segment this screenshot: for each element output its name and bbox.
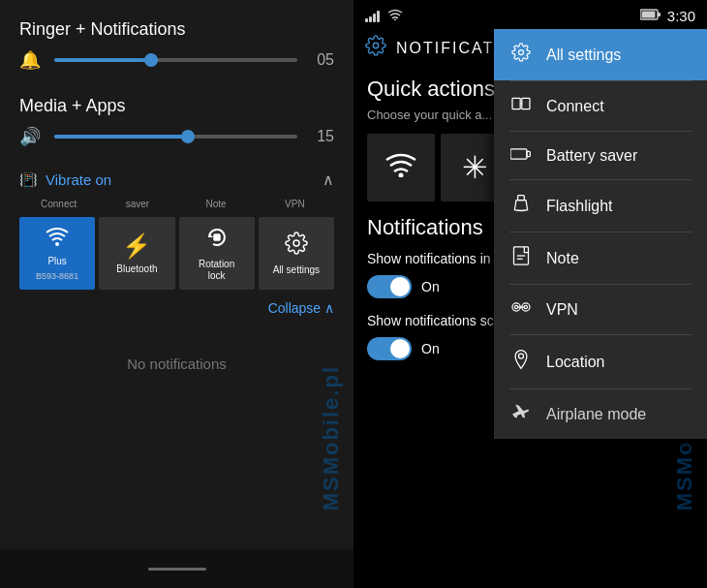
watermark-left: MSMobile.pl <box>319 365 344 511</box>
dropdown-battery-icon <box>509 145 533 166</box>
dropdown-item-all-settings[interactable]: All settings <box>494 29 707 80</box>
wifi-status-icon <box>387 8 403 23</box>
bar-4 <box>377 11 380 22</box>
svg-rect-15 <box>518 196 525 201</box>
dropdown-label-flashlight: Flashlight <box>546 198 612 215</box>
dropdown-label-airplane: Airplane mode <box>546 406 646 423</box>
toggle-label-2: On <box>421 341 440 356</box>
tile-label-2: Note <box>177 199 256 209</box>
dropdown-vpn-icon <box>509 298 533 321</box>
ringer-track[interactable] <box>54 58 297 62</box>
collapse-button[interactable]: Collapse ∧ <box>268 300 334 316</box>
status-left <box>365 8 403 23</box>
ringer-fill <box>54 58 151 62</box>
media-slider-row: 🔊 15 <box>19 126 334 147</box>
signal-bars <box>365 9 380 22</box>
svg-point-7 <box>373 43 379 48</box>
tile-wifi-sublabel: B593-8681 <box>36 271 78 281</box>
rotation-tile-icon <box>205 226 229 255</box>
toggle-knob-1 <box>390 277 410 296</box>
dropdown-gear-icon <box>509 43 533 67</box>
bluetooth-tile-icon: ⚡ <box>122 232 151 260</box>
dropdown-item-note[interactable]: Note <box>494 232 707 284</box>
svg-rect-1 <box>214 234 220 240</box>
tile-wifi-label: Plus <box>47 256 66 267</box>
svg-rect-11 <box>522 98 530 108</box>
header-settings-icon[interactable] <box>365 35 386 61</box>
right-panel: 3:30 NOTIFICATIO Quick actions Choose yo… <box>354 0 707 588</box>
dropdown-item-airplane[interactable]: Airplane mode <box>494 389 707 439</box>
volume-icon: 🔊 <box>19 126 43 147</box>
left-panel: Ringer + Notifications 🔔 05 Media + Apps… <box>0 0 354 588</box>
svg-rect-6 <box>658 13 661 16</box>
dropdown-flashlight-icon <box>509 194 533 218</box>
dropdown-label-connect: Connect <box>546 98 604 115</box>
media-thumb[interactable] <box>181 130 195 143</box>
dropdown-label-location: Location <box>546 354 605 371</box>
tile-bluetooth-label: Bluetooth <box>116 263 157 275</box>
svg-point-21 <box>514 305 517 308</box>
svg-point-2 <box>293 240 299 246</box>
quick-tiles: Plus B593-8681 ⚡ Bluetooth Rotationlock <box>19 217 334 290</box>
dropdown-item-connect[interactable]: Connect <box>494 81 707 131</box>
wifi-tile-icon <box>46 227 69 252</box>
svg-point-9 <box>519 50 524 55</box>
toggle-label-1: On <box>421 279 440 294</box>
tile-wifi[interactable]: Plus B593-8681 <box>19 217 95 290</box>
tile-label-0: Connect <box>19 199 98 209</box>
time-display: 3:30 <box>667 8 695 24</box>
dropdown-item-flashlight[interactable]: Flashlight <box>494 180 707 232</box>
media-title: Media + Apps <box>19 96 334 116</box>
ringer-title: Ringer + Notifications <box>19 19 334 40</box>
tile-label-3: VPN <box>256 199 334 209</box>
dropdown-menu: All settings Connect Batt <box>494 29 707 439</box>
svg-point-22 <box>524 305 527 308</box>
no-notifications-text: No notifications <box>19 356 334 372</box>
bar-3 <box>373 14 376 22</box>
bottom-bar-line <box>148 568 206 571</box>
tile-bluetooth[interactable]: ⚡ Bluetooth <box>99 217 174 290</box>
vibrate-icon: 📳 <box>19 171 38 189</box>
svg-rect-10 <box>512 98 520 108</box>
svg-rect-13 <box>510 149 527 159</box>
ringer-slider-row: 🔔 05 <box>19 49 334 71</box>
dropdown-item-location[interactable]: Location <box>494 335 707 388</box>
media-track[interactable] <box>54 135 297 139</box>
tile-settings[interactable]: All settings <box>259 217 334 290</box>
svg-point-3 <box>394 19 396 21</box>
right-bt-icon: ✳ <box>462 149 488 186</box>
svg-rect-14 <box>527 151 530 156</box>
right-wifi-icon <box>385 152 416 184</box>
right-tile-wifi[interactable] <box>367 134 435 201</box>
svg-rect-5 <box>641 11 655 17</box>
dropdown-note-icon <box>509 246 533 270</box>
tile-settings-label: All settings <box>273 264 320 276</box>
toggle-knob-2 <box>390 339 410 358</box>
dropdown-connect-icon <box>509 95 533 117</box>
status-bar: 3:30 <box>354 0 707 29</box>
dropdown-item-battery[interactable]: Battery saver <box>494 132 707 179</box>
status-right: 3:30 <box>640 8 695 24</box>
dropdown-location-icon <box>509 349 533 375</box>
dropdown-label-all-settings: All settings <box>546 46 621 64</box>
media-fill <box>54 135 188 139</box>
dropdown-label-battery: Battery saver <box>546 147 637 165</box>
media-value: 15 <box>307 128 334 145</box>
dropdown-label-vpn: VPN <box>546 301 578 319</box>
toggle-2[interactable] <box>367 337 412 360</box>
settings-tile-icon <box>285 232 308 261</box>
vibrate-label[interactable]: 📳 Vibrate on <box>19 171 111 189</box>
dropdown-airplane-icon <box>509 403 533 425</box>
bar-2 <box>369 16 372 22</box>
battery-icon <box>640 9 661 23</box>
toggle-1[interactable] <box>367 275 412 298</box>
bar-1 <box>365 18 368 22</box>
tile-labels-row: Connect saver Note VPN <box>19 193 334 213</box>
dropdown-item-vpn[interactable]: VPN <box>494 285 707 334</box>
tile-rotation[interactable]: Rotationlock <box>179 217 255 290</box>
chevron-up-icon[interactable]: ∧ <box>323 170 334 189</box>
vibrate-row: 📳 Vibrate on ∧ <box>19 167 334 193</box>
ringer-value: 05 <box>307 51 334 69</box>
media-section: Media + Apps 🔊 15 <box>19 96 334 155</box>
ringer-thumb[interactable] <box>144 53 158 67</box>
